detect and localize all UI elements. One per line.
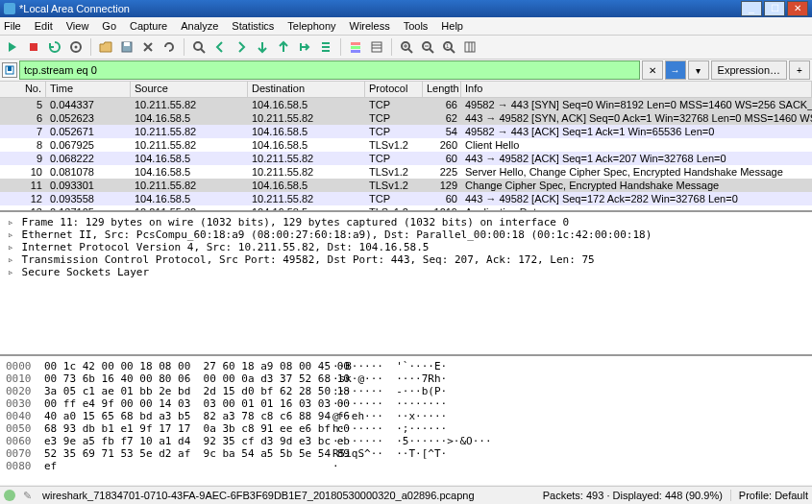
- maximize-button[interactable]: ☐: [764, 1, 785, 16]
- col-source[interactable]: Source: [131, 82, 248, 97]
- expand-icon[interactable]: ▹: [6, 253, 15, 266]
- col-no[interactable]: No.: [0, 82, 46, 97]
- details-line[interactable]: ▹ Frame 11: 129 bytes on wire (1032 bits…: [6, 216, 806, 228]
- go-last-button[interactable]: [296, 38, 313, 56]
- app-icon: [4, 3, 15, 14]
- toolbar-separator: [340, 38, 341, 56]
- resize-columns-button[interactable]: [461, 38, 479, 56]
- go-back-button[interactable]: [211, 38, 229, 56]
- details-line[interactable]: ▹ Secure Sockets Layer: [6, 266, 806, 278]
- hex-row[interactable]: 003000 ff e4 9f 00 00 14 03 03 00 01 01 …: [6, 397, 806, 410]
- colorize-button[interactable]: [347, 38, 364, 56]
- hex-row[interactable]: 00203a 05 c1 ae 01 bb 2e bd 2d 15 d0 bf …: [6, 385, 806, 397]
- menu-view[interactable]: View: [66, 20, 89, 32]
- menu-capture[interactable]: Capture: [130, 20, 167, 32]
- status-filename: wireshark_71834701-0710-43FA-9AEC-6FB3F6…: [42, 490, 475, 501]
- capture-options-button[interactable]: [67, 38, 85, 56]
- menu-telephony[interactable]: Telephony: [287, 20, 335, 32]
- expand-icon[interactable]: ▹: [6, 216, 15, 228]
- col-info[interactable]: Info: [461, 82, 812, 97]
- clear-filter-button[interactable]: ✕: [642, 60, 663, 80]
- hex-row[interactable]: 007052 35 69 71 53 5e d2 af 9c ba 54 a5 …: [6, 447, 806, 460]
- hex-row[interactable]: 005068 93 db b1 e1 9f 17 17 0a 3b c8 91 …: [6, 422, 806, 435]
- filter-history-button[interactable]: ▾: [688, 60, 709, 80]
- expression-button[interactable]: Expression…: [711, 60, 787, 80]
- svg-line-14: [408, 49, 412, 53]
- zoom-in-button[interactable]: [398, 38, 415, 56]
- svg-line-6: [201, 49, 205, 53]
- find-button[interactable]: [190, 38, 208, 56]
- svg-point-5: [194, 42, 202, 50]
- go-first-button[interactable]: [275, 38, 292, 56]
- close-button[interactable]: ✕: [787, 1, 808, 16]
- menu-go[interactable]: Go: [102, 20, 116, 32]
- packet-row[interactable]: 70.05267110.211.55.82104.16.58.5TCP54495…: [0, 125, 812, 138]
- packet-row[interactable]: 100.081078104.16.58.510.211.55.82TLSv1.2…: [0, 165, 812, 179]
- status-bar: ✎ wireshark_71834701-0710-43FA-9AEC-6FB3…: [0, 486, 812, 504]
- col-protocol[interactable]: Protocol: [365, 82, 423, 97]
- filter-bookmark-icon[interactable]: [2, 62, 17, 78]
- hex-row[interactable]: 004040 a0 15 65 68 bd a3 b5 82 a3 78 c8 …: [6, 410, 806, 422]
- details-line[interactable]: ▹ Transmission Control Protocol, Src Por…: [6, 253, 806, 266]
- packet-row[interactable]: 130.13710510.211.55.82104.16.58.5TLSv1.2…: [0, 205, 812, 211]
- packet-bytes-pane[interactable]: 000000 1c 42 00 00 18 08 00 27 60 18 a9 …: [0, 356, 812, 485]
- zoom-reset-button[interactable]: 1: [440, 38, 457, 56]
- restart-capture-button[interactable]: [46, 38, 63, 56]
- expand-icon[interactable]: ▹: [6, 228, 15, 241]
- zoom-out-button[interactable]: [419, 38, 436, 56]
- expert-info-icon[interactable]: [4, 490, 15, 501]
- expand-icon[interactable]: ▹: [6, 266, 15, 278]
- add-filter-button[interactable]: +: [789, 60, 810, 80]
- reload-button[interactable]: [160, 38, 178, 56]
- packet-row[interactable]: 110.09330110.211.55.82104.16.58.5TLSv1.2…: [0, 179, 812, 192]
- menu-analyze[interactable]: Analyze: [181, 20, 218, 32]
- menu-tools[interactable]: Tools: [404, 20, 429, 32]
- menu-edit[interactable]: Edit: [35, 20, 53, 32]
- hex-row[interactable]: 0080ef·: [6, 460, 806, 472]
- auto-scroll-button[interactable]: [317, 38, 334, 56]
- hex-row[interactable]: 001000 73 6b 16 40 00 80 06 00 00 0a d3 …: [6, 372, 806, 385]
- packet-list-body[interactable]: 50.04433710.211.55.82104.16.58.5TCP66495…: [0, 98, 812, 211]
- packet-row[interactable]: 50.04433710.211.55.82104.16.58.5TCP66495…: [0, 98, 812, 111]
- stop-capture-button[interactable]: [25, 38, 42, 56]
- packet-row[interactable]: 80.06792510.211.55.82104.16.58.5TLSv1.22…: [0, 138, 812, 152]
- minimize-button[interactable]: _: [741, 1, 762, 16]
- start-capture-button[interactable]: [4, 38, 21, 56]
- hex-row[interactable]: 0060e3 9e a5 fb f7 10 a1 d4 92 35 cf d3 …: [6, 435, 806, 447]
- menu-file[interactable]: File: [4, 20, 21, 32]
- menubar: File Edit View Go Capture Analyze Statis…: [0, 17, 812, 36]
- details-line[interactable]: ▹ Internet Protocol Version 4, Src: 10.2…: [6, 241, 806, 253]
- save-file-button[interactable]: [118, 38, 135, 56]
- toolbar: 1: [0, 36, 812, 60]
- hex-row[interactable]: 000000 1c 42 00 00 18 08 00 27 60 18 a9 …: [6, 360, 806, 372]
- open-file-button[interactable]: [97, 38, 114, 56]
- go-forward-button[interactable]: [233, 38, 250, 56]
- go-to-packet-button[interactable]: [254, 38, 271, 56]
- menu-statistics[interactable]: Statistics: [232, 20, 274, 32]
- svg-rect-7: [351, 42, 360, 45]
- packet-row[interactable]: 90.068222104.16.58.510.211.55.82TCP60443…: [0, 152, 812, 165]
- menu-help[interactable]: Help: [441, 20, 463, 32]
- col-destination[interactable]: Destination: [248, 82, 365, 97]
- details-line[interactable]: ▹ Ethernet II, Src: PcsCompu_60:18:a9 (0…: [6, 228, 806, 241]
- packet-details-pane[interactable]: ▹ Frame 11: 129 bytes on wire (1032 bits…: [0, 212, 812, 356]
- packet-diagram-button[interactable]: [368, 38, 385, 56]
- apply-filter-button[interactable]: →: [665, 60, 686, 80]
- packet-row[interactable]: 60.052623104.16.58.510.211.55.82TCP62443…: [0, 111, 812, 125]
- svg-rect-4: [124, 42, 130, 46]
- toolbar-separator: [391, 38, 392, 56]
- status-packets: Packets: 493 · Displayed: 448 (90.9%): [543, 490, 723, 501]
- close-file-button[interactable]: [139, 38, 157, 56]
- svg-line-18: [430, 49, 433, 53]
- packet-row[interactable]: 120.093558104.16.58.510.211.55.82TCP6044…: [0, 192, 812, 205]
- status-profile[interactable]: Profile: Default: [730, 490, 808, 501]
- expand-icon[interactable]: ▹: [6, 241, 15, 253]
- menu-wireless[interactable]: Wireless: [350, 20, 390, 32]
- col-length[interactable]: Length: [423, 82, 461, 97]
- svg-rect-10: [372, 42, 381, 52]
- toolbar-separator: [90, 38, 91, 56]
- display-filter-input[interactable]: [19, 60, 640, 80]
- svg-line-21: [451, 49, 455, 53]
- col-time[interactable]: Time: [46, 82, 131, 97]
- titlebar: *Local Area Connection _ ☐ ✕: [0, 0, 812, 17]
